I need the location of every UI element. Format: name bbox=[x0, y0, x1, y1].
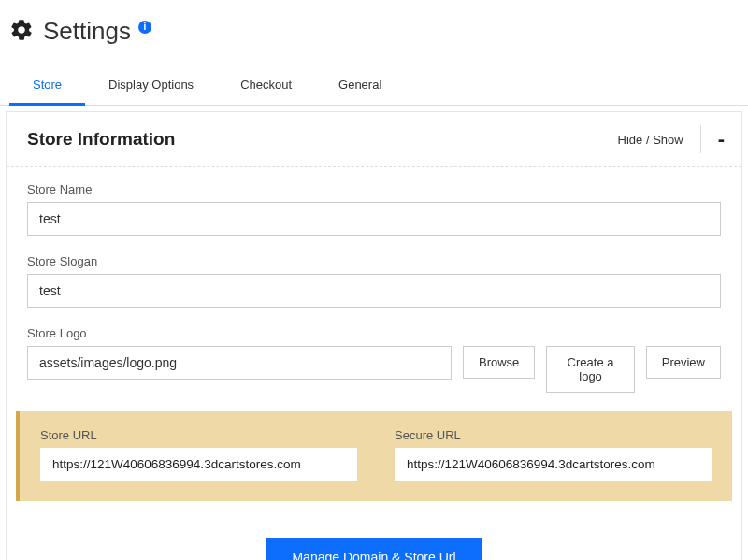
url-block: Store URL Secure URL bbox=[16, 411, 732, 501]
create-logo-button[interactable]: Create a logo bbox=[546, 346, 634, 393]
store-information-panel: Store Information Hide / Show - Store Na… bbox=[6, 111, 742, 560]
store-logo-label: Store Logo bbox=[27, 326, 721, 340]
tab-general[interactable]: General bbox=[315, 68, 405, 106]
tab-store[interactable]: Store bbox=[9, 68, 85, 106]
minus-icon: - bbox=[718, 129, 725, 150]
tab-checkout[interactable]: Checkout bbox=[217, 68, 315, 106]
store-name-input[interactable] bbox=[27, 202, 721, 236]
secure-url-input[interactable] bbox=[395, 448, 712, 481]
panel-header: Store Information Hide / Show - bbox=[7, 112, 741, 167]
collapse-button[interactable]: - bbox=[700, 125, 725, 153]
page-header: Settings i bbox=[0, 0, 748, 51]
tab-display-options[interactable]: Display Options bbox=[85, 68, 217, 106]
browse-button[interactable]: Browse bbox=[463, 346, 535, 379]
store-name-label: Store Name bbox=[27, 182, 721, 196]
page-title: Settings bbox=[43, 17, 131, 46]
store-slogan-input[interactable] bbox=[27, 274, 721, 308]
store-url-label: Store URL bbox=[40, 428, 357, 442]
store-url-input[interactable] bbox=[40, 448, 357, 481]
secure-url-label: Secure URL bbox=[395, 428, 712, 442]
gears-icon bbox=[9, 18, 34, 45]
store-logo-input[interactable] bbox=[27, 346, 452, 380]
preview-button[interactable]: Preview bbox=[646, 346, 721, 379]
tabs: Store Display Options Checkout General bbox=[0, 68, 748, 106]
info-icon[interactable]: i bbox=[138, 21, 151, 34]
panel-title: Store Information bbox=[27, 129, 175, 150]
hide-show-toggle[interactable]: Hide / Show bbox=[618, 133, 683, 147]
store-slogan-label: Store Slogan bbox=[27, 254, 721, 268]
manage-domain-button[interactable]: Manage Domain & Store Url bbox=[266, 538, 482, 560]
